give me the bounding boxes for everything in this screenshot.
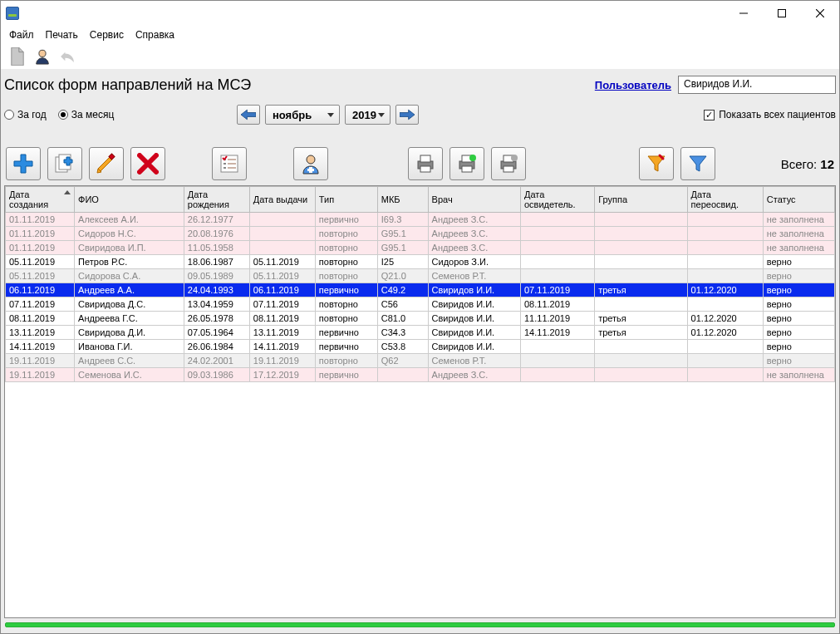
print-button-1[interactable] [408, 147, 443, 180]
table-cell: Андреев З.С. [428, 241, 520, 255]
menu-file[interactable]: Файл [9, 29, 34, 41]
minimize-button[interactable] [725, 1, 763, 26]
table-row[interactable]: 01.11.2019Алексеев А.И.26.12.1977первичн… [6, 213, 835, 227]
table-cell [377, 368, 428, 382]
col-header[interactable]: Дата освидетель. [521, 187, 595, 213]
table-cell: 05.11.2019 [249, 255, 315, 269]
table-cell: не заполнена [763, 213, 834, 227]
table-cell: Андреева Г.С. [75, 312, 184, 326]
next-month-button[interactable] [395, 105, 419, 125]
table-row[interactable]: 08.11.2019Андреева Г.С.26.05.197808.11.2… [6, 312, 835, 326]
data-table-wrap[interactable]: Дата созданияФИОДата рожденияДата выдачи… [4, 185, 836, 618]
add-button[interactable] [6, 147, 41, 180]
table-cell [521, 213, 595, 227]
radio-year-label: За год [17, 109, 47, 120]
copy-add-button[interactable] [47, 147, 82, 180]
table-cell: Андреев З.С. [428, 227, 520, 241]
radio-year[interactable]: За год [4, 109, 47, 120]
filter-button[interactable] [680, 147, 715, 180]
delete-button[interactable] [130, 147, 165, 180]
show-all-checkbox[interactable]: Показать всех пациентов [704, 109, 836, 120]
table-row[interactable]: 05.11.2019Сидорова С.А.09.05.198905.11.2… [6, 269, 835, 283]
table-cell: C34.3 [377, 326, 428, 340]
year-select[interactable]: 2019 [345, 105, 391, 125]
table-row[interactable]: 14.11.2019Иванова Г.И.26.06.198414.11.20… [6, 340, 835, 354]
radio-month[interactable]: За месяц [58, 109, 115, 120]
filter-active-button[interactable] [639, 147, 674, 180]
app-window: Файл Печать Сервис Справка Список форм н… [0, 0, 840, 634]
month-navigator: ноябрь 2019 [237, 105, 419, 125]
table-cell: 13.11.2019 [249, 326, 315, 340]
print-button-3[interactable] [491, 147, 526, 180]
prev-month-button[interactable] [237, 105, 260, 125]
table-cell: Свиридова Д.С. [75, 297, 184, 312]
col-header[interactable]: Дата рождения [184, 187, 249, 213]
svg-rect-10 [420, 155, 430, 162]
menu-service[interactable]: Сервис [90, 29, 124, 41]
table-cell [595, 255, 687, 269]
col-header[interactable]: Дата выдачи [249, 187, 315, 213]
table-cell: верно [763, 283, 834, 297]
table-row[interactable]: 13.11.2019Свиридова Д.И.07.05.196413.11.… [6, 326, 835, 340]
table-cell: Свиридов И.И. [428, 326, 520, 340]
table-cell: C56 [377, 297, 428, 312]
table-row[interactable]: 19.11.2019Андреев С.С.24.02.200119.11.20… [6, 354, 835, 368]
table-cell [687, 269, 763, 283]
table-row[interactable]: 01.11.2019Свиридова И.П.11.05.1958повтор… [6, 241, 835, 255]
undo-icon[interactable] [57, 47, 77, 66]
month-select[interactable]: ноябрь [265, 105, 340, 125]
table-cell: верно [763, 354, 834, 368]
table-cell: первично [315, 326, 377, 340]
col-header[interactable]: Тип [315, 187, 377, 213]
col-header[interactable]: Дата переосвид. [687, 187, 763, 213]
table-row[interactable]: 05.11.2019Петров Р.С.18.06.198705.11.201… [6, 255, 835, 269]
menu-help[interactable]: Справка [135, 29, 174, 41]
radio-dot-icon [58, 110, 68, 120]
table-cell: Семенов Р.Т. [428, 354, 520, 368]
table-row[interactable]: 01.11.2019Сидоров Н.С.20.08.1976повторно… [6, 227, 835, 241]
table-cell: повторно [315, 269, 377, 283]
table-cell: 14.11.2019 [249, 340, 315, 354]
user-label-link[interactable]: Пользователь [595, 79, 671, 91]
table-cell: 08.11.2019 [521, 297, 595, 312]
table-cell: 06.11.2019 [249, 283, 315, 297]
table-cell [521, 255, 595, 269]
user-field[interactable]: Свиридов И.И. [678, 76, 836, 94]
edit-button[interactable] [89, 147, 124, 180]
svg-point-15 [469, 155, 476, 161]
table-cell: верно [763, 269, 834, 283]
table-cell: не заполнена [763, 227, 834, 241]
table-cell [687, 213, 763, 227]
table-cell [687, 368, 763, 382]
table-cell: 13.11.2019 [6, 326, 75, 340]
checklist-button[interactable] [212, 147, 247, 180]
table-row[interactable]: 07.11.2019Свиридова Д.С.13.04.195907.11.… [6, 297, 835, 312]
col-header[interactable]: ФИО [75, 187, 184, 213]
document-icon[interactable] [7, 47, 27, 66]
user-icon[interactable] [32, 47, 52, 66]
close-button[interactable] [801, 1, 839, 26]
table-cell: 01.11.2019 [6, 213, 75, 227]
col-header[interactable]: Статус [763, 187, 834, 213]
table-row[interactable]: 19.11.2019Семенова И.С.09.03.198617.12.2… [6, 368, 835, 382]
table-cell: 01.12.2020 [687, 283, 763, 297]
table-cell: 14.11.2019 [521, 326, 595, 340]
maximize-button[interactable] [763, 1, 801, 26]
table-cell: третья [595, 283, 687, 297]
table-cell: первично [315, 368, 377, 382]
app-icon [6, 7, 19, 20]
table-cell: не заполнена [763, 368, 834, 382]
menu-print[interactable]: Печать [46, 29, 78, 41]
table-cell: 26.12.1977 [184, 213, 249, 227]
table-cell: первично [315, 283, 377, 297]
col-header[interactable]: МКБ [377, 187, 428, 213]
table-row[interactable]: 06.11.2019Андреев А.А.24.04.199306.11.20… [6, 283, 835, 297]
doctor-button[interactable] [293, 147, 328, 180]
col-header[interactable]: Группа [595, 187, 687, 213]
col-header[interactable]: Дата создания [6, 187, 75, 213]
table-cell: 09.05.1989 [184, 269, 249, 283]
titlebar [1, 1, 839, 26]
col-header[interactable]: Врач [428, 187, 520, 213]
table-cell: Андреев З.С. [428, 368, 520, 382]
print-button-2[interactable] [449, 147, 484, 180]
